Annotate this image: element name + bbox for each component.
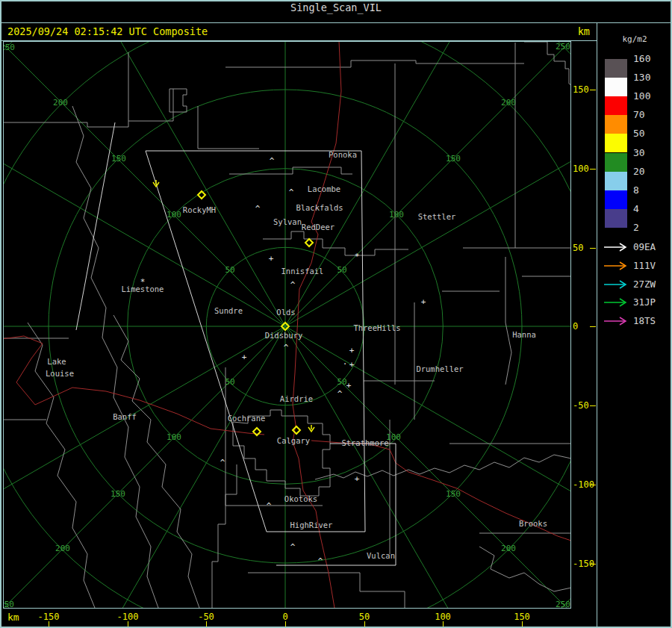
city-label: Cochrane	[228, 414, 266, 423]
radar-site-marker	[293, 426, 300, 434]
right-axis-tick	[590, 90, 596, 90]
bottom-axis-label: 100	[424, 612, 461, 622]
mountain-boundary	[113, 315, 199, 608]
point-marker: ^	[337, 389, 343, 399]
radar-id-label: 09EA	[633, 242, 671, 252]
range-ring-label: 100	[167, 432, 181, 442]
bottom-axis-label: -150	[30, 612, 67, 622]
city-label: Strathmore	[341, 438, 388, 447]
bottom-axis-label: 50	[346, 612, 383, 622]
bottom-axis-label: 150	[503, 612, 541, 622]
city-label: Lake	[47, 357, 66, 366]
right-axis-tick	[590, 326, 596, 327]
scale-value-label: 160	[633, 54, 666, 64]
scan-sector-outline	[76, 122, 115, 330]
point-marker: ^	[290, 542, 296, 552]
scale-value-label: 20	[633, 167, 666, 177]
county-boundary	[505, 257, 511, 385]
point-marker: +	[421, 297, 426, 307]
scale-color-box	[605, 153, 627, 172]
point-marker: +	[346, 381, 352, 391]
point-marker: ^	[289, 187, 294, 197]
radar-arrow-icon	[603, 316, 630, 326]
scale-value-label: 50	[633, 128, 666, 139]
county-boundary	[248, 573, 405, 608]
bottom-axis-label: -100	[109, 612, 146, 622]
radar-id-label: 18TS	[633, 316, 671, 326]
point-marker: +	[242, 352, 247, 362]
county-boundary	[3, 89, 173, 127]
scale-color-box	[605, 96, 627, 115]
range-ring-label: 50	[337, 265, 346, 275]
scale-color-box	[605, 190, 627, 209]
range-ring-label: 50	[225, 265, 234, 275]
range-ring-label: 250	[556, 600, 570, 609]
scale-value-label: 130	[633, 72, 666, 83]
scale-value-label: 100	[633, 91, 666, 102]
river-line	[479, 547, 571, 591]
mountain-boundary	[72, 106, 158, 608]
city-label: Sylvan	[273, 217, 302, 226]
point-marker: ^	[267, 501, 272, 511]
point-marker: ^	[290, 280, 296, 290]
city-label: HighRiver	[290, 520, 333, 529]
bottom-axis-tick	[49, 621, 49, 627]
right-axis-tick	[590, 485, 596, 485]
scale-value-label: 70	[633, 110, 666, 120]
city-label: Lacombe	[308, 184, 340, 193]
right-axis-tick	[590, 248, 596, 249]
point-marker: ^	[270, 156, 275, 166]
radar-application-window: Single_Scan_VIL 2025/09/24 02:15:42 UTC …	[0, 0, 672, 628]
city-label: Okotoks	[284, 494, 317, 503]
city-label: Drumheller	[416, 364, 463, 373]
scale-color-box	[605, 115, 627, 134]
scale-value-label: 30	[633, 148, 666, 158]
window-title: Single_Scan_VIL	[1, 1, 671, 13]
county-boundary	[233, 410, 330, 496]
county-boundary	[225, 60, 524, 67]
radar-arrow-icon	[603, 242, 630, 252]
point-marker: +	[349, 346, 355, 355]
legend-separator	[597, 22, 597, 627]
storm-motion-arrow	[153, 180, 159, 187]
range-ring-label: 200	[501, 98, 516, 108]
city-label: Stettler	[418, 212, 456, 221]
range-ring-label: 50	[225, 377, 234, 387]
point-marker: ^	[284, 343, 289, 352]
city-label: RedDeer	[302, 223, 335, 231]
city-label: Sundre	[214, 306, 243, 315]
range-ring-label: 150	[446, 154, 461, 164]
radar-arrow-icon	[603, 261, 630, 271]
point-marker: +	[269, 254, 274, 264]
city-label: Didsbury	[265, 331, 303, 340]
city-label: Hanna	[512, 330, 536, 339]
city-label: Blackfalds	[296, 203, 343, 212]
point-marker: ·	[343, 359, 348, 369]
river-line	[315, 455, 571, 479]
city-label: ThreeHills	[353, 323, 400, 332]
range-ring-label: 250	[3, 43, 15, 52]
range-ring-label: 200	[55, 544, 70, 553]
bottom-axis-tick	[443, 621, 444, 627]
storm-motion-arrow	[308, 425, 314, 432]
range-ring-label: 200	[53, 98, 68, 108]
range-ring-label: 50	[337, 377, 346, 387]
scale-color-box	[605, 172, 627, 190]
point-marker: *	[355, 252, 360, 261]
range-ring-label: 250	[556, 42, 570, 52]
scale-value-label: 8	[633, 185, 666, 196]
bottom-axis-tick	[128, 621, 128, 627]
city-label: Innisfail	[281, 267, 324, 276]
radar-id-label: 27ZW	[633, 279, 671, 290]
radar-id-label: 31JP	[633, 297, 671, 308]
right-axis-tick	[590, 169, 596, 170]
city-label: Brooks	[519, 519, 547, 528]
radar-arrow-icon	[603, 297, 630, 308]
city-label: Limestone	[122, 285, 164, 293]
range-ring-label: 250	[3, 600, 14, 609]
scale-color-box	[605, 59, 627, 78]
point-marker: ^	[220, 458, 225, 467]
scan-timestamp: 2025/09/24 02:15:42 UTC Composite	[7, 25, 208, 37]
city-label: Calgary	[277, 436, 310, 445]
right-axis-unit: km	[547, 25, 590, 37]
